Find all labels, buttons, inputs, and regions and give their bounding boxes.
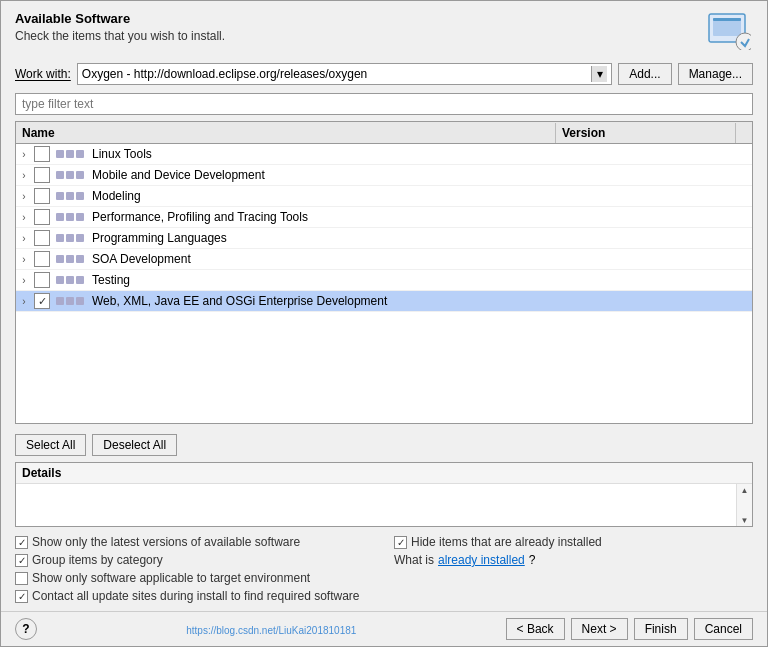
- scrollbar-down-icon[interactable]: ▼: [738, 514, 752, 526]
- row-package-icon: [52, 231, 88, 245]
- scrollbar-up-icon[interactable]: ▲: [738, 484, 752, 496]
- row-package-icon: [52, 273, 88, 287]
- cancel-button[interactable]: Cancel: [694, 618, 753, 640]
- back-button[interactable]: < Back: [506, 618, 565, 640]
- svg-rect-5: [66, 150, 74, 158]
- table-row[interactable]: ›Modeling: [16, 186, 752, 207]
- details-body: ▲ ▼: [16, 484, 752, 526]
- svg-rect-7: [56, 171, 64, 179]
- work-with-label: Work with:: [15, 67, 71, 81]
- row-checkbox[interactable]: [34, 272, 50, 288]
- row-version-label: [572, 194, 752, 198]
- row-expand-icon[interactable]: ›: [16, 291, 32, 311]
- finish-button[interactable]: Finish: [634, 618, 688, 640]
- svg-rect-10: [56, 192, 64, 200]
- details-section: Details ▲ ▼: [15, 462, 753, 527]
- option-label: What is: [394, 553, 434, 567]
- row-version-label: [572, 173, 752, 177]
- work-with-combo[interactable]: Oxygen - http://download.eclipse.org/rel…: [77, 63, 612, 85]
- row-name-label: Web, XML, Java EE and OSGi Enterprise De…: [88, 292, 572, 310]
- option-item: Hide items that are already installed: [394, 535, 753, 549]
- already-installed-link[interactable]: already installed: [438, 553, 525, 567]
- add-button[interactable]: Add...: [618, 63, 671, 85]
- row-package-icon: [52, 189, 88, 203]
- svg-rect-22: [56, 276, 64, 284]
- table-body[interactable]: ›Linux Tools›Mobile and Device Developme…: [16, 144, 752, 423]
- option-checkbox[interactable]: [15, 554, 28, 567]
- option-checkbox[interactable]: [15, 590, 28, 603]
- options-right-col: Hide items that are already installedWha…: [394, 535, 753, 603]
- row-checkbox[interactable]: [34, 167, 50, 183]
- row-checkbox[interactable]: [34, 188, 50, 204]
- options-left-col: Show only the latest versions of availab…: [15, 535, 374, 603]
- table-header: Name Version: [16, 122, 752, 144]
- col-version: Version: [556, 123, 736, 143]
- table-row[interactable]: ›Programming Languages: [16, 228, 752, 249]
- table-row[interactable]: ›Performance, Profiling and Tracing Tool…: [16, 207, 752, 228]
- row-expand-icon[interactable]: ›: [16, 228, 32, 248]
- svg-rect-6: [76, 150, 84, 158]
- option-checkbox[interactable]: [15, 572, 28, 585]
- svg-rect-19: [56, 255, 64, 263]
- help-button[interactable]: ?: [15, 618, 37, 640]
- option-label: Show only software applicable to target …: [32, 571, 310, 585]
- svg-rect-25: [56, 297, 64, 305]
- filter-row: [1, 91, 767, 117]
- row-version-label: [572, 236, 752, 240]
- row-checkbox[interactable]: [34, 209, 50, 225]
- table-row[interactable]: ›Testing: [16, 270, 752, 291]
- row-version-label: [572, 152, 752, 156]
- row-checkbox[interactable]: [34, 146, 50, 162]
- filter-input[interactable]: [15, 93, 753, 115]
- row-package-icon: [52, 210, 88, 224]
- row-expand-icon[interactable]: ›: [16, 165, 32, 185]
- svg-rect-15: [76, 213, 84, 221]
- svg-rect-12: [76, 192, 84, 200]
- option-checkbox[interactable]: [15, 536, 28, 549]
- table-row[interactable]: ›Web, XML, Java EE and OSGi Enterprise D…: [16, 291, 752, 312]
- svg-rect-13: [56, 213, 64, 221]
- work-with-value: Oxygen - http://download.eclipse.org/rel…: [82, 67, 591, 81]
- row-expand-icon[interactable]: ›: [16, 144, 32, 164]
- row-checkbox[interactable]: [34, 230, 50, 246]
- details-header: Details: [16, 463, 752, 484]
- watermark-url: https://blog.csdn.net/LiuKai201810181: [37, 623, 506, 636]
- row-package-icon: [52, 252, 88, 266]
- table-row[interactable]: ›Linux Tools: [16, 144, 752, 165]
- svg-rect-23: [66, 276, 74, 284]
- svg-rect-11: [66, 192, 74, 200]
- row-expand-icon[interactable]: ›: [16, 186, 32, 206]
- option-checkbox[interactable]: [394, 536, 407, 549]
- select-all-button[interactable]: Select All: [15, 434, 86, 456]
- svg-rect-16: [56, 234, 64, 242]
- manage-button[interactable]: Manage...: [678, 63, 753, 85]
- svg-rect-4: [56, 150, 64, 158]
- combo-arrow-icon[interactable]: ▾: [591, 66, 607, 82]
- option-label: Show only the latest versions of availab…: [32, 535, 300, 549]
- row-checkbox[interactable]: [34, 293, 50, 309]
- option-label: Contact all update sites during install …: [32, 589, 360, 603]
- row-expand-icon[interactable]: ›: [16, 270, 32, 290]
- row-version-label: [572, 215, 752, 219]
- row-expand-icon[interactable]: ›: [16, 249, 32, 269]
- row-name-label: Modeling: [88, 187, 572, 205]
- table-row[interactable]: ›SOA Development: [16, 249, 752, 270]
- install-svg: [707, 12, 751, 50]
- row-name-label: Performance, Profiling and Tracing Tools: [88, 208, 572, 226]
- svg-rect-2: [713, 18, 741, 21]
- details-content: [16, 484, 736, 526]
- deselect-all-button[interactable]: Deselect All: [92, 434, 177, 456]
- dialog-header-left: Available Software Check the items that …: [15, 11, 225, 43]
- option-item: Contact all update sites during install …: [15, 589, 374, 603]
- svg-rect-26: [66, 297, 74, 305]
- option-label: Hide items that are already installed: [411, 535, 602, 549]
- row-name-label: Mobile and Device Development: [88, 166, 572, 184]
- row-package-icon: [52, 294, 88, 308]
- table-row[interactable]: ›Mobile and Device Development: [16, 165, 752, 186]
- software-table: Name Version ›Linux Tools›Mobile and Dev…: [15, 121, 753, 424]
- next-button[interactable]: Next >: [571, 618, 628, 640]
- row-checkbox[interactable]: [34, 251, 50, 267]
- row-expand-icon[interactable]: ›: [16, 207, 32, 227]
- option-item: Show only the latest versions of availab…: [15, 535, 374, 549]
- svg-rect-24: [76, 276, 84, 284]
